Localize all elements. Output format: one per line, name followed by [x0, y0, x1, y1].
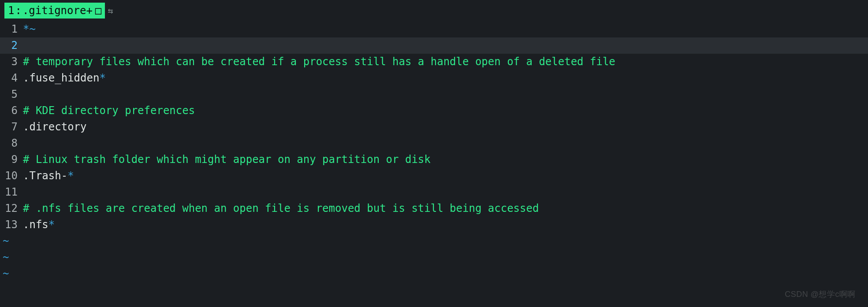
code-line[interactable]: .directory — [21, 119, 87, 135]
tab-modified-marker: + — [86, 3, 92, 19]
editor-row[interactable]: 9# Linux trash folder which might appear… — [0, 152, 868, 168]
editor-row[interactable]: 1*~ — [0, 21, 868, 37]
code-line[interactable]: .fuse_hidden* — [21, 70, 106, 86]
editor-row[interactable]: 12# .nfs files are created when an open … — [0, 200, 868, 217]
swap-icon: ⇆ — [108, 3, 113, 19]
editor-row[interactable]: 10.Trash-* — [0, 168, 868, 184]
tab-separator: : — [14, 3, 22, 19]
code-token: # Linux trash folder which might appear … — [23, 153, 431, 166]
editor-area[interactable]: 1*~23# temporary files which can be crea… — [0, 21, 868, 282]
empty-line-tilde: ~ — [0, 266, 868, 282]
code-line[interactable]: *~ — [21, 21, 36, 37]
code-token: *~ — [23, 23, 36, 35]
code-line[interactable]: # KDE directory preferences — [21, 103, 195, 119]
editor-row[interactable]: 4.fuse_hidden* — [0, 70, 868, 86]
code-token: * — [48, 218, 55, 231]
editor-row[interactable]: 13.nfs* — [0, 217, 868, 233]
line-number: 9 — [0, 152, 21, 168]
editor-row[interactable]: 3# temporary files which can be created … — [0, 54, 868, 70]
watermark: CSDN @想学c啊啊 — [785, 286, 856, 303]
line-number: 8 — [0, 135, 21, 152]
editor-row[interactable]: 8 — [0, 135, 868, 152]
editor-row[interactable]: 2 — [0, 37, 868, 54]
line-number: 13 — [0, 217, 21, 233]
code-token: * — [99, 72, 105, 84]
line-number: 5 — [0, 86, 21, 103]
empty-line-tilde: ~ — [0, 249, 868, 266]
code-token: # KDE directory preferences — [23, 104, 195, 117]
code-line[interactable]: .Trash-* — [21, 168, 74, 184]
buffer-tab[interactable]: 1: .gitignore+ □ — [4, 3, 105, 18]
code-token: .Trash- — [23, 170, 67, 182]
tab-glyph-icon: □ — [95, 3, 101, 19]
editor-row[interactable]: 6# KDE directory preferences — [0, 103, 868, 119]
line-number: 3 — [0, 54, 21, 70]
code-line[interactable]: # Linux trash folder which might appear … — [21, 152, 431, 168]
tab-bar: 1: .gitignore+ □ ⇆ — [0, 0, 868, 21]
line-number: 2 — [0, 37, 21, 54]
line-number: 7 — [0, 119, 21, 135]
tab-index: 1 — [8, 3, 14, 19]
line-number: 4 — [0, 70, 21, 86]
code-token: * — [67, 170, 74, 182]
code-line[interactable]: .nfs* — [21, 217, 55, 233]
line-number: 12 — [0, 200, 21, 217]
editor-row[interactable]: 11 — [0, 184, 868, 200]
line-number: 6 — [0, 103, 21, 119]
tab-filename: .gitignore — [22, 3, 86, 19]
code-line[interactable]: # .nfs files are created when an open fi… — [21, 200, 539, 217]
editor-row[interactable]: 5 — [0, 86, 868, 103]
code-token: # .nfs files are created when an open fi… — [23, 202, 539, 215]
code-token: # temporary files which can be created i… — [23, 55, 615, 68]
code-token: .nfs — [23, 218, 48, 231]
editor-row[interactable]: 7.directory — [0, 119, 868, 135]
code-line[interactable]: # temporary files which can be created i… — [21, 54, 615, 70]
code-token: .fuse_hidden — [23, 72, 99, 84]
empty-line-tilde: ~ — [0, 233, 868, 249]
line-number: 10 — [0, 168, 21, 184]
line-number: 11 — [0, 184, 21, 200]
line-number: 1 — [0, 21, 21, 37]
code-token: .directory — [23, 121, 87, 133]
